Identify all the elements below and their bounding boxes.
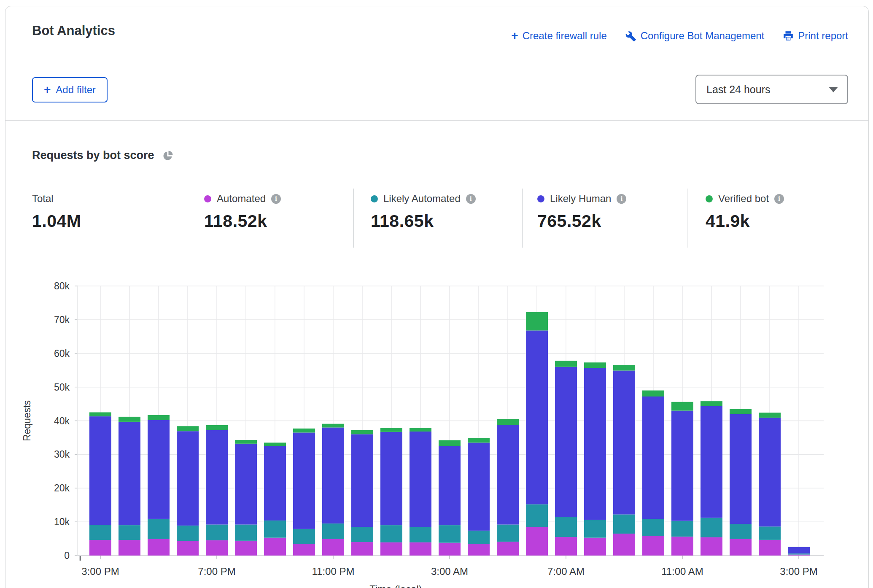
info-icon[interactable]: i — [271, 194, 281, 204]
bar-segment-likely-automated-300PM — [788, 553, 810, 554]
bar-segment-likely-automated-600AM — [526, 504, 548, 527]
bar-segment-verified-bot-100AM — [380, 428, 402, 432]
y-tick-label: 50k — [54, 382, 70, 393]
chart-svg: 010k20k30k40k50k60k70k80k3:00 PM7:00 PM1… — [5, 237, 868, 588]
bar-segment-verified-bot-900PM — [264, 442, 286, 446]
bar-segment-likely-human-1000AM — [642, 396, 664, 519]
bar-segment-likely-human-1000PM — [293, 432, 315, 529]
plus-icon: + — [511, 30, 518, 42]
y-tick-label: 20k — [54, 483, 70, 494]
bar-segment-automated-700PM — [206, 540, 228, 556]
info-icon[interactable]: i — [774, 194, 784, 204]
bar-segment-likely-automated-400PM — [119, 525, 140, 540]
stat-verified-bot: Verified bot i 41.9k — [706, 192, 784, 231]
likely-automated-legend-dot — [371, 195, 378, 202]
configure-bot-management-link[interactable]: Configure Bot Management — [625, 30, 765, 42]
bar-segment-automated-1100AM — [671, 537, 693, 556]
time-range-select[interactable]: Last 24 hours — [695, 75, 848, 104]
bar-segment-likely-automated-500PM — [148, 519, 170, 539]
bar-segment-likely-human-900PM — [264, 446, 286, 521]
bar-segment-verified-bot-700PM — [206, 425, 228, 430]
bar-segment-automated-900PM — [264, 538, 286, 556]
pie-chart-icon — [162, 150, 173, 162]
bar-segment-verified-bot-600AM — [526, 312, 548, 331]
bar-segment-likely-automated-900PM — [264, 521, 286, 538]
info-icon[interactable]: i — [466, 194, 476, 204]
stat-total: Total 1.04M — [32, 192, 81, 231]
bar-segment-likely-automated-900AM — [613, 515, 635, 534]
add-filter-button[interactable]: + Add filter — [32, 77, 108, 102]
bar-segment-verified-bot-500AM — [497, 419, 519, 425]
x-axis-label: Time (local) — [369, 583, 422, 588]
page-title: Bot Analytics — [32, 23, 115, 38]
bar-segment-likely-automated-1100AM — [671, 521, 693, 537]
bar-segment-likely-automated-300PM — [89, 525, 111, 540]
bar-segment-likely-automated-700AM — [555, 517, 577, 537]
bot-analytics-page: { "header": { "title": "Bot Analytics", … — [0, 0, 873, 588]
bar-segment-automated-800PM — [235, 541, 257, 556]
bar-segment-likely-automated-1000AM — [642, 519, 664, 536]
bar-segment-verified-bot-200AM — [410, 428, 431, 432]
y-tick-label: 60k — [54, 348, 70, 359]
x-tick-label: 3:00 PM — [81, 566, 119, 577]
bar-segment-automated-900AM — [613, 534, 635, 556]
bar-segment-automated-800AM — [584, 538, 606, 556]
bar-segment-verified-bot-400PM — [119, 417, 140, 422]
section-title: Requests by bot score — [32, 149, 154, 162]
bar-segment-automated-1200PM — [701, 537, 722, 556]
print-report-link[interactable]: Print report — [783, 30, 848, 42]
stat-likely-human: Likely Human i 765.52k — [537, 192, 626, 231]
bar-segment-likely-human-500AM — [497, 425, 519, 524]
bar-segment-likely-human-600AM — [526, 330, 548, 504]
bar-segment-likely-human-1100PM — [322, 427, 344, 523]
x-tick-label: 7:00 AM — [547, 566, 585, 577]
time-range-value: Last 24 hours — [706, 84, 771, 96]
bar-segment-likely-automated-200AM — [410, 527, 431, 542]
bar-segment-likely-automated-500AM — [497, 525, 519, 542]
bar-segment-verified-bot-300PM — [89, 413, 111, 417]
bar-segment-likely-automated-1200AM — [351, 527, 373, 542]
bar-segment-automated-100AM — [380, 542, 402, 556]
bar-segment-automated-1000AM — [642, 536, 664, 556]
bar-segment-automated-600PM — [177, 541, 199, 556]
y-tick-label: 80k — [54, 281, 70, 291]
bar-segment-verified-bot-600PM — [177, 426, 199, 431]
bar-segment-likely-automated-800PM — [235, 525, 257, 541]
bar-segment-automated-300AM — [439, 543, 461, 556]
verified-bot-legend-dot — [706, 195, 713, 202]
x-tick-label: 11:00 AM — [661, 566, 703, 577]
likely-human-legend-dot — [537, 195, 544, 202]
bar-segment-verified-bot-800PM — [235, 440, 257, 444]
y-tick-label: 70k — [54, 314, 70, 325]
bar-segment-automated-1200AM — [351, 542, 373, 556]
bar-segment-automated-1000PM — [293, 544, 315, 556]
x-tick-label: 3:00 PM — [780, 566, 817, 577]
header-divider — [5, 120, 868, 121]
bar-segment-automated-700AM — [555, 537, 577, 556]
bar-segment-likely-automated-200PM — [759, 526, 781, 540]
bar-segment-likely-human-1200PM — [701, 406, 722, 518]
bar-segment-likely-human-1100AM — [671, 411, 693, 521]
stat-automated: Automated i 118.52k — [204, 192, 281, 231]
bar-segment-likely-human-1200AM — [351, 434, 373, 527]
bar-segment-likely-human-800PM — [235, 444, 257, 525]
bar-segment-automated-600AM — [526, 527, 548, 556]
bar-segment-likely-automated-100AM — [380, 525, 402, 542]
bar-segment-automated-400AM — [468, 544, 490, 556]
bar-segment-likely-automated-1100PM — [322, 523, 344, 539]
bar-segment-likely-automated-1000PM — [293, 529, 315, 544]
create-firewall-rule-link[interactable]: + Create firewall rule — [511, 30, 606, 42]
bar-segment-verified-bot-1100PM — [322, 424, 344, 428]
bar-segment-likely-human-500PM — [148, 420, 170, 519]
info-icon[interactable]: i — [617, 194, 626, 204]
stat-likely-automated-value: 118.65k — [371, 211, 476, 231]
bar-segment-verified-bot-1200PM — [701, 401, 722, 406]
y-tick-label: 30k — [54, 449, 70, 460]
bar-segment-likely-human-800AM — [584, 368, 606, 520]
requests-by-bot-score-chart[interactable]: 010k20k30k40k50k60k70k80k3:00 PM7:00 PM1… — [5, 237, 868, 588]
bar-segment-likely-human-200PM — [759, 418, 781, 526]
bar-segment-verified-bot-1000AM — [642, 391, 664, 396]
y-tick-label: 40k — [54, 415, 70, 426]
bar-segment-verified-bot-400AM — [468, 438, 490, 442]
bar-segment-automated-1100PM — [322, 539, 344, 556]
